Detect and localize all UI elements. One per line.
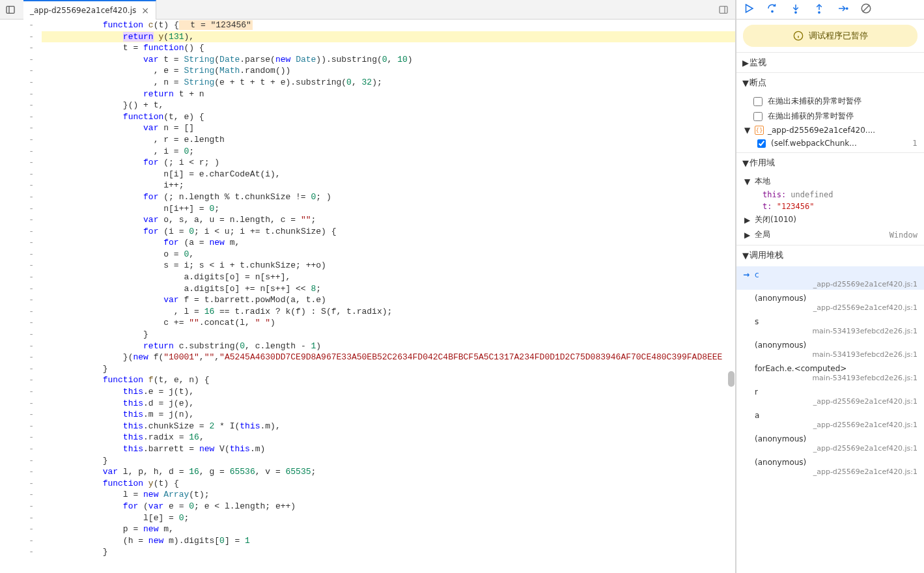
section-watch: ▶ 监视 — [736, 52, 924, 72]
frame-name: (anonymous) — [755, 458, 806, 467]
code-line[interactable]: a.digits[o] = n[s++], — [42, 272, 735, 283]
frame-name: c — [755, 270, 759, 279]
checkbox[interactable] — [757, 139, 766, 148]
code-line[interactable]: n[i] = e.charCodeAt(i), — [42, 169, 735, 180]
checkbox[interactable] — [753, 112, 763, 121]
code-line[interactable]: var l, p, h, d = 16, g = 65536, v = 6553… — [42, 466, 735, 478]
code-line[interactable]: for (i = 0; i < u; i += t.chunkSize) { — [42, 226, 735, 238]
code-line[interactable]: function c(t) { t = "123456" — [42, 20, 735, 31]
bp-file-label: _app-d25569e2a1cef420.... — [768, 126, 875, 135]
code-line[interactable]: function y(t) { — [42, 478, 735, 490]
sidebar-toggle-icon[interactable] — [3, 2, 18, 18]
code-line[interactable]: } — [42, 363, 735, 375]
code-scroll[interactable]: ----------------------------------------… — [0, 20, 735, 573]
step-over-button[interactable] — [766, 3, 778, 17]
code-line[interactable]: for (a = new m, — [42, 237, 735, 249]
code-line[interactable]: return c.substring(0, c.length - 1) — [42, 341, 735, 352]
code-line[interactable]: var o, s, a, u = n.length, c = ""; — [42, 214, 735, 226]
code-line[interactable]: l[e] = 0; — [42, 512, 735, 524]
code-line[interactable]: for (; i < r; ) — [42, 157, 735, 169]
code-line[interactable]: i++; — [42, 180, 735, 191]
code-line[interactable]: , e = String(Math.random()) — [42, 65, 735, 77]
code-body[interactable]: function c(t) { t = "123456" return y(13… — [39, 20, 735, 558]
close-icon[interactable]: × — [141, 5, 149, 16]
code-line[interactable]: l = new Array(t); — [42, 489, 735, 501]
scope-global[interactable]: ▶ 全局 Window — [736, 227, 924, 242]
scope-label: 关闭(1010) — [755, 214, 796, 225]
step-button[interactable] — [837, 3, 848, 17]
scope-local[interactable]: ▼ 本地 — [736, 174, 924, 189]
section-title: 监视 — [749, 57, 766, 68]
code-line[interactable]: , i = 0; — [42, 146, 735, 158]
scrollbar-vertical[interactable] — [727, 20, 735, 573]
code-line[interactable]: this.m = j(n), — [42, 409, 735, 421]
callstack-frame[interactable]: (anonymous)main-534193efebcd2e26.js:1 — [736, 337, 924, 360]
code-line[interactable]: }() + t, — [42, 100, 735, 111]
code-line[interactable]: var t = String(Date.parse(new Date)).sub… — [42, 54, 735, 66]
svg-point-9 — [819, 11, 820, 12]
code-line[interactable]: } — [42, 329, 735, 341]
frame-name: a — [755, 411, 759, 420]
toggle-panel-icon[interactable] — [714, 1, 733, 19]
code-line[interactable]: this.chunkSize = 2 * I(this.m), — [42, 421, 735, 432]
step-into-button[interactable] — [790, 3, 802, 17]
bp-file[interactable]: ▼ {} _app-d25569e2a1cef420.... — [736, 124, 924, 137]
resume-button[interactable] — [743, 3, 755, 17]
bp-pause-caught[interactable]: 在抛出捕获的异常时暂停 — [736, 109, 924, 124]
code-line[interactable]: this.e = j(t), — [42, 386, 735, 398]
code-line[interactable]: p = new m, — [42, 524, 735, 535]
code-line[interactable]: n[i++] = 0; — [42, 203, 735, 215]
callstack-frame[interactable]: (anonymous)_app-d25569e2a1cef420.js:1 — [736, 430, 924, 454]
section-header-breakpoints[interactable]: ▼ 断点 — [736, 73, 924, 92]
code-line[interactable]: t = function() { — [42, 42, 735, 54]
callstack-frame[interactable]: forEach.e.<computed>main-534193efebcd2e2… — [736, 360, 924, 384]
code-line[interactable]: var n = [] — [42, 122, 735, 134]
callstack-frame[interactable]: c_app-d25569e2a1cef420.js:1 — [736, 266, 924, 290]
code-line[interactable]: , n = String(e + t + t + e).substring(0,… — [42, 77, 735, 89]
callstack-frame[interactable]: r_app-d25569e2a1cef420.js:1 — [736, 384, 924, 407]
code-line[interactable]: a.digits[o] += n[s++] << 8; — [42, 283, 735, 295]
code-line[interactable]: o = 0, — [42, 249, 735, 260]
section-scope: ▼ 作用域 ▼ 本地 this: undefined t: "123456" ▶… — [736, 152, 924, 245]
scrollbar-thumb[interactable] — [728, 371, 735, 387]
code-line[interactable]: function f(t, e, n) { — [42, 374, 735, 386]
deactivate-breakpoints-button[interactable] — [860, 3, 872, 17]
gutter-line: - — [0, 421, 34, 432]
code-line[interactable]: }(new f("10001","","A5245A4630DD7CE9D8A9… — [42, 352, 735, 363]
callstack-frame[interactable]: a_app-d25569e2a1cef420.js:1 — [736, 407, 924, 430]
bp-line[interactable]: (self.webpackChunk... 1 — [736, 137, 924, 150]
code-line[interactable]: , r = e.length — [42, 134, 735, 146]
editor-tab[interactable]: _app-d25569e2a1cef420.js × — [23, 0, 156, 20]
code-line[interactable]: } — [42, 546, 735, 558]
code-line[interactable]: } — [42, 455, 735, 467]
bp-pause-uncaught[interactable]: 在抛出未捕获的异常时暂停 — [736, 94, 924, 109]
checkbox[interactable] — [753, 97, 763, 106]
section-header-callstack[interactable]: ▼ 调用堆栈 — [736, 245, 924, 265]
code-line[interactable]: this.d = j(e), — [42, 398, 735, 410]
code-line[interactable]: return t + n — [42, 89, 735, 100]
callstack-frame[interactable]: (anonymous)_app-d25569e2a1cef420.js:1 — [736, 454, 924, 477]
scope-closure[interactable]: ▶ 关闭(1010) — [736, 212, 924, 227]
code-line[interactable]: this.barrett = new V(this.m) — [42, 443, 735, 455]
section-header-scope[interactable]: ▼ 作用域 — [736, 153, 924, 173]
code-line[interactable]: , l = 16 == t.radix ? k(f) : S(f, t.radi… — [42, 306, 735, 318]
step-out-button[interactable] — [813, 3, 825, 17]
callstack-frame[interactable]: (anonymous)_app-d25569e2a1cef420.js:1 — [736, 290, 924, 313]
svg-rect-0 — [7, 6, 14, 13]
section-title: 断点 — [749, 77, 766, 89]
code-line[interactable]: s = i; s < i + t.chunkSize; ++o) — [42, 260, 735, 272]
code-line[interactable]: for (var e = 0; e < l.length; e++) — [42, 501, 735, 512]
code-line[interactable]: for (; n.length % t.chunkSize != 0; ) — [42, 191, 735, 203]
section-header-watch[interactable]: ▶ 监视 — [736, 53, 924, 72]
code-line[interactable]: this.radix = 16, — [42, 432, 735, 443]
gutter-line: - — [0, 306, 34, 318]
frame-source: main-534193efebcd2e26.js:1 — [755, 374, 917, 382]
code-line[interactable]: function(t, e) { — [42, 111, 735, 123]
code-line[interactable]: c += "".concat(l, " ") — [42, 317, 735, 329]
callstack-frame[interactable]: smain-534193efebcd2e26.js:1 — [736, 313, 924, 337]
code-line[interactable]: return y(131), — [42, 31, 735, 43]
code-line[interactable]: (h = new m).digits[0] = 1 — [42, 535, 735, 547]
gutter-line: - — [0, 466, 34, 478]
code-line[interactable]: var f = t.barrett.powMod(a, t.e) — [42, 294, 735, 306]
gutter-line: - — [0, 249, 34, 260]
